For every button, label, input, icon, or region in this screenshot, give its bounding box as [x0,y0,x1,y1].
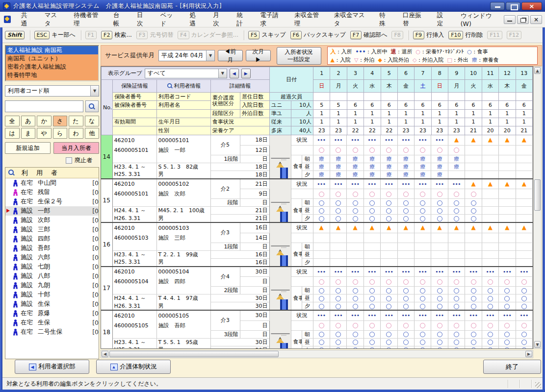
day-status-cell[interactable] [397,233,414,243]
day-status-cell[interactable] [482,346,498,349]
day-status-cell[interactable]: ••• [381,135,397,145]
day-status-cell[interactable] [330,287,346,294]
day-status-cell[interactable] [347,320,363,330]
day-status-cell[interactable] [516,155,532,163]
day-status-cell[interactable] [499,171,516,179]
day-status-cell[interactable] [347,145,363,155]
day-status-cell[interactable] [516,199,532,207]
day-status-cell[interactable]: ▲ [516,135,532,145]
day-status-cell[interactable]: ••• [330,267,346,277]
day-status-cell[interactable] [313,145,330,155]
day-status-cell[interactable] [465,233,482,243]
day-status-cell[interactable] [516,207,532,215]
day-status-cell[interactable] [330,250,346,258]
day-status-cell[interactable] [397,189,414,199]
day-status-cell[interactable] [465,294,482,302]
day-status-cell[interactable] [363,189,380,199]
day-status-cell[interactable]: 療 [448,163,465,171]
day-status-cell[interactable] [397,145,414,155]
day-status-cell[interactable] [397,199,414,207]
day-status-cell[interactable]: ▲ [516,179,532,189]
day-status-cell[interactable]: ••• [347,179,363,189]
day-status-cell[interactable] [431,199,448,207]
day-status-cell[interactable]: ▲ [431,223,448,233]
day-status-cell[interactable] [330,199,346,207]
day-status-cell[interactable] [431,338,448,346]
user-list-item[interactable]: 施設七朗[0 [5,262,99,271]
day-status-cell[interactable] [465,171,482,179]
day-status-cell[interactable] [363,243,380,250]
fkey-f5[interactable]: F5スキップ [248,31,285,39]
day-status-cell[interactable] [465,287,482,294]
day-status-cell[interactable] [482,145,498,155]
day-status-cell[interactable] [431,145,448,155]
mdi-close-icon[interactable] [530,15,542,24]
day-status-cell[interactable] [499,277,516,287]
day-status-cell[interactable] [465,155,482,163]
menu-item[interactable]: 月次 [207,9,230,30]
menu-item[interactable]: 口座振替 [396,9,431,30]
day-status-cell[interactable] [347,302,363,311]
day-status-cell[interactable] [415,287,431,294]
day-status-cell[interactable]: ▲ [448,223,465,233]
day-status-cell[interactable] [347,330,363,338]
day-status-cell[interactable] [397,207,414,215]
menu-item[interactable]: 特殊 [373,9,396,30]
day-status-cell[interactable]: ••• [499,267,516,277]
day-status-cell[interactable]: ▲ [499,223,516,233]
day-status-cell[interactable] [448,294,465,302]
day-status-cell[interactable] [330,294,346,302]
day-status-cell[interactable] [465,330,482,338]
day-status-cell[interactable]: 療 [415,171,431,179]
day-status-cell[interactable]: ••• [397,179,414,189]
day-status-cell[interactable]: 療 [363,163,380,171]
day-status-cell[interactable]: ••• [431,267,448,277]
chevron-down-icon[interactable]: ▼ [218,69,227,78]
mdi-restore-icon[interactable] [517,15,529,24]
day-status-cell[interactable] [363,145,380,155]
day-status-cell[interactable] [347,243,363,250]
day-status-cell[interactable] [499,155,516,163]
day-status-cell[interactable] [363,346,380,349]
day-status-cell[interactable] [465,302,482,311]
resize-grip-icon[interactable] [535,382,541,388]
day-status-cell[interactable] [431,243,448,250]
day-status-cell[interactable] [381,302,397,311]
day-status-cell[interactable] [330,215,346,223]
day-status-cell[interactable] [499,338,516,346]
day-status-cell[interactable] [363,199,380,207]
day-status-cell[interactable] [465,145,482,155]
fkey-esc[interactable]: ESCキー部へ [34,31,76,39]
kana-filter-button[interactable]: 全 [5,116,20,126]
day-status-cell[interactable] [482,171,498,179]
day-status-cell[interactable] [415,338,431,346]
user-list-item[interactable]: 在宅原爆[0 [5,309,99,318]
day-status-cell[interactable] [516,294,532,302]
day-status-cell[interactable] [313,189,330,199]
day-status-cell[interactable] [347,277,363,287]
day-status-cell[interactable] [482,207,498,215]
day-status-cell[interactable] [499,258,516,267]
day-status-cell[interactable]: 療 [431,155,448,163]
day-status-cell[interactable] [363,320,380,330]
day-status-cell[interactable] [499,287,516,294]
day-status-cell[interactable]: ▲ [516,223,532,233]
prev-month-button[interactable]: ◀前月 [218,50,243,61]
close-icon[interactable] [521,2,542,10]
edit-record-button[interactable]: •••• [271,245,290,246]
day-status-cell[interactable] [516,287,532,294]
day-status-cell[interactable] [381,320,397,330]
day-status-cell[interactable]: ▲ [330,223,346,233]
day-status-cell[interactable] [397,346,414,349]
day-status-cell[interactable] [448,207,465,215]
day-status-cell[interactable]: ••• [363,267,380,277]
day-status-cell[interactable]: ▲ [499,135,516,145]
day-status-cell[interactable] [499,163,516,171]
edit-record-button[interactable]: •••• [271,333,290,334]
menu-item[interactable]: ベッド [154,9,183,30]
day-status-cell[interactable]: 療 [381,155,397,163]
day-status-cell[interactable] [448,346,465,349]
day-status-cell[interactable]: ••• [431,179,448,189]
day-status-cell[interactable]: 療 [313,163,330,171]
day-status-cell[interactable] [516,346,532,349]
